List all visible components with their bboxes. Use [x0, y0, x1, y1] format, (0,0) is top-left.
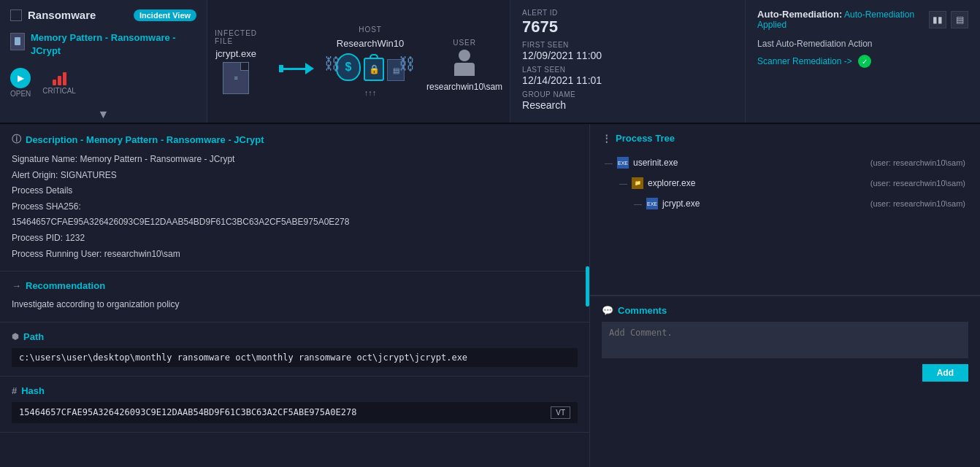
user-avatar-icon — [451, 50, 478, 79]
svg-rect-0 — [15, 37, 20, 45]
description-title-text: Description - Memory Pattern - Ransomwar… — [26, 134, 264, 145]
open-label: OPEN — [10, 90, 31, 98]
infected-file-label: INFECTED FILE — [215, 29, 257, 45]
path-value: c:\users\user\desktop\monthly ransomware… — [12, 348, 578, 367]
hash-value: 15464657CFAE95A326426093C9E12DAAB54BD9F6… — [19, 407, 545, 417]
file-icon — [10, 33, 25, 50]
sha256-value: 15464657CFAE95A326426093C9E12DAAB54BD9F6… — [12, 217, 349, 227]
sig-label: Signature Name: — [12, 154, 77, 164]
remediation-header: Auto-Remediation: Auto-Remediation Appli… — [757, 9, 968, 30]
lock-icon: 🔒 — [364, 58, 384, 81]
hash-title-text: Hash — [21, 385, 45, 396]
origin-value: SIGNATURES — [61, 170, 117, 180]
last-seen-value: 12/14/2021 11:01 — [522, 74, 733, 86]
recommendation-icon: → — [12, 280, 21, 291]
path-title: ⬢ Path — [12, 331, 578, 342]
alert-id-row: ALERT ID 7675 — [522, 9, 733, 36]
remediation-title-row: Auto-Remediation: Auto-Remediation Appli… — [757, 9, 929, 30]
hash-title: # Hash — [12, 385, 578, 396]
comment-input[interactable] — [602, 322, 968, 358]
grid-view-button[interactable]: ▤ — [951, 11, 968, 28]
play-button[interactable]: ▶ — [10, 68, 31, 88]
document-view-button[interactable]: ▮▮ — [929, 11, 946, 28]
userinit-name: userinit.exe — [633, 158, 866, 168]
scroll-indicator[interactable] — [586, 266, 589, 306]
alert-name-row: Memory Pattern - Ransomware - JCrypt — [10, 31, 196, 58]
left-sidebar: Ransomware Incident View Memory Pattern … — [0, 0, 207, 123]
top-right-icons: ▮▮ ▤ — [929, 11, 968, 28]
process-tree-icon: ⋮ — [602, 133, 611, 144]
checkbox-icon[interactable] — [10, 9, 22, 21]
process-details-label: Process Details — [12, 185, 72, 196]
last-action-title: Last Auto-Remediation Action — [757, 39, 968, 49]
group-name-value: Research — [522, 99, 733, 111]
alert-origin-row: Alert Origin: SIGNATURES — [12, 168, 578, 184]
last-seen-row: LAST SEEN 12/14/2021 11:01 — [522, 66, 733, 86]
center-visualization: INFECTED FILE jcrypt.exe ≡ HOST Research… — [207, 0, 510, 123]
userinit-exe-icon: EXE — [617, 157, 629, 169]
hash-section: # Hash 15464657CFAE95A326426093C9E12DAAB… — [0, 377, 589, 433]
bar1 — [53, 80, 56, 85]
chain-icon-2: ⛓ — [399, 55, 415, 74]
bar3 — [63, 72, 66, 85]
jcrypt-user: (user: researchwin10\sam) — [870, 199, 965, 208]
sha256-row: Process SHA256: — [12, 199, 578, 215]
scanner-remediation-link[interactable]: Scanner Remediation -> ✓ — [757, 55, 968, 68]
bar2 — [58, 76, 61, 85]
process-item-jcrypt: — EXE jcrypt.exe (user: researchwin10\sa… — [631, 193, 968, 214]
recommendation-section: → Recommendation Investigate according t… — [0, 271, 589, 323]
jcrypt-name: jcrypt.exe — [662, 198, 866, 209]
description-content: Signature Name: Memory Pattern - Ransomw… — [12, 152, 578, 262]
user-label: USER — [453, 39, 476, 47]
left-content: ⓘ Description - Memory Pattern - Ransomw… — [0, 124, 590, 467]
comments-title-text: Comments — [618, 305, 667, 316]
alert-info-panel: ALERT ID 7675 FIRST SEEN 12/09/2021 11:0… — [510, 0, 745, 123]
pid-row: Process PID: 1232 — [12, 231, 578, 247]
viz-nodes: INFECTED FILE jcrypt.exe ≡ HOST Research… — [215, 26, 502, 97]
bar-chart-icon — [53, 71, 66, 85]
process-details-row: Process Details — [12, 183, 578, 199]
process-tree-title: ⋮ Process Tree — [602, 133, 968, 144]
userinit-user: (user: researchwin10\sam) — [870, 158, 965, 167]
group-name-label: GROUP NAME — [522, 90, 733, 99]
process-tree-section: ⋮ Process Tree — EXE userinit.exe (user:… — [590, 124, 980, 296]
remediation-panel: Auto-Remediation: Auto-Remediation Appli… — [745, 0, 980, 123]
running-user-label: Process Running User: — [12, 249, 102, 259]
alert-id-label: ALERT ID — [522, 9, 733, 17]
usb-connector — [279, 63, 314, 74]
process-tree-title-text: Process Tree — [616, 133, 675, 144]
comments-title: 💬 Comments — [602, 305, 968, 316]
explorer-name: explorer.exe — [648, 178, 866, 188]
check-circle-icon: ✓ — [858, 55, 871, 68]
signature-name-row: Signature Name: Memory Pattern - Ransomw… — [12, 152, 578, 168]
alert-name[interactable]: Memory Pattern - Ransomware - JCrypt — [31, 31, 196, 58]
host-label: HOST — [359, 26, 382, 34]
usb-arrow — [279, 63, 314, 74]
tree-dash-3: — — [634, 199, 642, 208]
vt-badge[interactable]: VT — [551, 406, 570, 419]
explorer-folder-icon: 📁 — [632, 177, 643, 189]
recommendation-text: Investigate according to organization po… — [12, 299, 179, 309]
critical-label: CRITICAL — [42, 87, 76, 95]
host-cluster: HOST ResearchWin10 ⛓ $ 🔒 ▤ — [336, 26, 405, 97]
last-seen-label: LAST SEEN — [522, 66, 733, 74]
first-seen-label: FIRST SEEN — [522, 41, 733, 49]
comments-icon: 💬 — [602, 305, 613, 316]
hash-row: 15464657CFAE95A326426093C9E12DAAB54BD9F6… — [12, 402, 578, 423]
origin-label: Alert Origin: — [12, 170, 58, 180]
ransomware-icons: ⛓ $ 🔒 ▤ ⛓ — [336, 53, 405, 81]
chain-icon-1: ⛓ — [324, 55, 340, 74]
add-comment-button[interactable]: Add — [922, 364, 968, 382]
incident-badge[interactable]: Incident View — [134, 9, 196, 21]
status-row: ▶ OPEN CRITICAL — [10, 68, 196, 98]
comments-section: 💬 Comments Add — [590, 296, 980, 467]
right-content: ⋮ Process Tree — EXE userinit.exe (user:… — [590, 124, 980, 467]
pid-label: Process PID: — [12, 233, 63, 243]
recommendation-content: Investigate according to organization po… — [12, 297, 578, 313]
host-name: ResearchWin10 — [337, 38, 405, 49]
user-node: USER researchwin10\sam — [426, 39, 502, 92]
tree-dash-2: — — [619, 179, 627, 188]
path-title-text: Path — [23, 331, 44, 342]
process-item-userinit: — EXE userinit.exe (user: researchwin10\… — [602, 153, 968, 173]
doc-icon: ≡ — [223, 62, 249, 94]
